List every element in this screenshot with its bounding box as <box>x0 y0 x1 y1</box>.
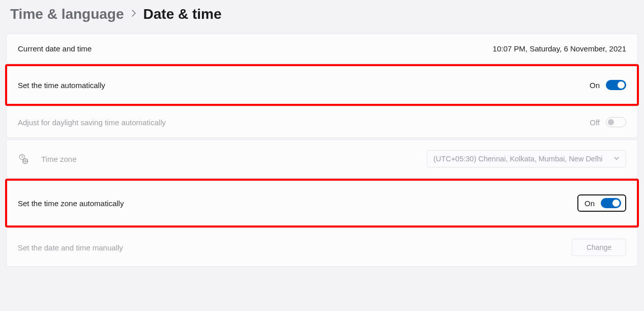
row-set-manually: Set the date and time manually Change <box>6 228 638 267</box>
chevron-down-icon <box>613 155 620 163</box>
toggle-set-time-automatically[interactable] <box>606 80 626 90</box>
label-time-zone: Time zone <box>41 155 76 163</box>
toggle-state-adjust-dst: Off <box>590 118 600 127</box>
breadcrumb: Time & language Date & time <box>6 0 638 34</box>
label-current-datetime: Current date and time <box>18 44 92 53</box>
toggle-set-timezone-automatically[interactable] <box>601 198 621 208</box>
breadcrumb-parent[interactable]: Time & language <box>10 6 124 22</box>
row-set-timezone-automatically: Set the time zone automatically On <box>6 180 638 227</box>
chevron-right-icon <box>131 10 136 19</box>
row-current-datetime: Current date and time 10:07 PM, Saturday… <box>6 34 638 64</box>
label-set-timezone-automatically: Set the time zone automatically <box>18 199 124 208</box>
label-set-time-automatically: Set the time automatically <box>18 81 105 90</box>
label-adjust-dst: Adjust for daylight saving time automati… <box>18 118 166 127</box>
toggle-adjust-dst <box>606 117 626 127</box>
dropdown-time-zone-selected: (UTC+05:30) Chennai, Kolkata, Mumbai, Ne… <box>433 155 602 163</box>
row-adjust-dst: Adjust for daylight saving time automati… <box>6 106 638 138</box>
value-current-datetime: 10:07 PM, Saturday, 6 November, 2021 <box>493 44 626 53</box>
row-set-time-automatically: Set the time automatically On <box>6 65 638 105</box>
row-time-zone: Time zone (UTC+05:30) Chennai, Kolkata, … <box>6 139 638 178</box>
change-button: Change <box>572 239 626 256</box>
toggle-state-set-timezone-automatically: On <box>584 199 595 208</box>
label-set-manually: Set the date and time manually <box>18 243 123 252</box>
toggle-state-set-time-automatically: On <box>590 81 600 90</box>
focus-ring: On <box>577 194 626 212</box>
dropdown-time-zone: (UTC+05:30) Chennai, Kolkata, Mumbai, Ne… <box>427 150 626 167</box>
globe-clock-icon <box>18 153 29 164</box>
page-title: Date & time <box>143 6 222 22</box>
